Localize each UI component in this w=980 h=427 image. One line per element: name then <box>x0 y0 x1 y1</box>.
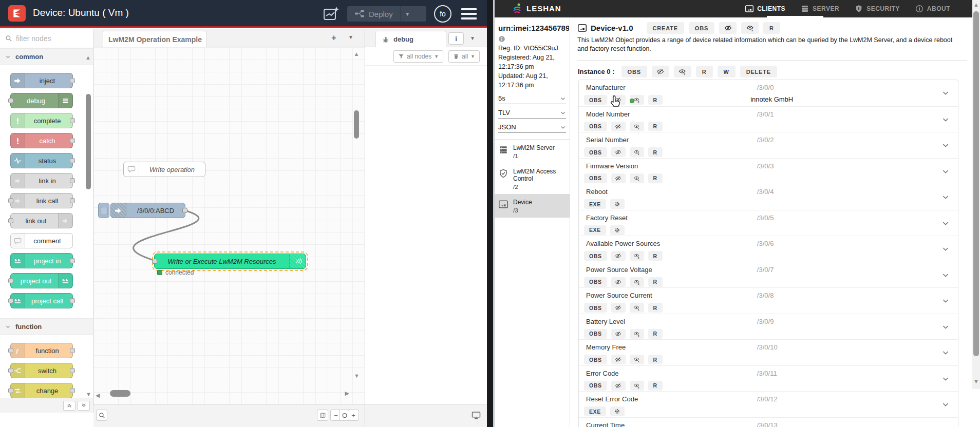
inject-node[interactable]: /3/0/0:ABCD <box>110 203 185 218</box>
expand-categories-button[interactable] <box>78 401 90 411</box>
palette-node-project-in[interactable]: project in <box>10 253 73 268</box>
palette-node-link-call[interactable]: link call <box>10 193 73 208</box>
observe-composite-button[interactable]: x <box>630 277 644 287</box>
stop-observe-button[interactable] <box>611 329 626 339</box>
scroll-down-icon[interactable]: ▼ <box>354 373 360 379</box>
expand-chevron-icon[interactable] <box>941 219 950 227</box>
flow-list-chevron-icon[interactable]: ▼ <box>348 34 353 40</box>
deploy-options-chevron-icon[interactable]: ▼ <box>400 6 414 22</box>
observe-composite-button[interactable]: x <box>630 122 644 131</box>
read-button[interactable]: R <box>763 22 780 34</box>
window-split-divider[interactable] <box>487 0 495 427</box>
stop-observe-button[interactable] <box>611 122 626 131</box>
nav-item-clients[interactable]: CLIENTS <box>745 5 785 13</box>
instance-stop-observe-button[interactable] <box>652 66 669 77</box>
expand-chevron-icon[interactable] <box>941 141 950 149</box>
inject-trigger-button[interactable] <box>98 203 109 218</box>
observe-composite-button[interactable]: x <box>630 147 644 157</box>
read-button[interactable]: R <box>648 303 663 313</box>
expand-chevron-icon[interactable] <box>941 400 950 409</box>
palette-node-project-call[interactable]: project call <box>10 293 73 308</box>
flow-canvas[interactable]: Write operation /3/0/0:ABCD Write or Exe… <box>93 47 365 404</box>
palette-node-catch[interactable]: catch <box>10 133 73 148</box>
canvas-horizontal-scrollbar[interactable]: ◀ ▶ <box>96 390 349 397</box>
navigator-toggle-button[interactable] <box>317 410 328 421</box>
read-button[interactable]: R <box>648 355 663 364</box>
observe-composite-button[interactable]: x <box>630 251 644 261</box>
scroll-right-icon[interactable]: ▶ <box>345 391 349 396</box>
stop-observe-button[interactable] <box>611 355 626 364</box>
observe-composite-button[interactable]: x <box>630 173 644 183</box>
palette-node-debug[interactable]: debug <box>10 93 73 108</box>
observe-button[interactable]: OBS <box>584 381 607 391</box>
scroll-down-icon[interactable]: ▼ <box>86 392 91 397</box>
observe-button[interactable]: OBS <box>584 355 607 364</box>
observe-button[interactable]: OBS <box>689 22 714 34</box>
nav-item-security[interactable]: SECURITY <box>855 5 900 13</box>
palette-node-inject[interactable]: inject <box>10 73 73 88</box>
stop-observe-button[interactable] <box>611 147 626 157</box>
expand-chevron-icon[interactable] <box>941 348 950 357</box>
scroll-down-icon[interactable]: ▼ <box>973 379 979 384</box>
observe-composite-icon-button[interactable]: x <box>741 22 759 34</box>
palette-node-project-out[interactable]: project out <box>10 273 73 288</box>
execute-button[interactable]: EXE <box>584 199 606 209</box>
scrollbar-thumb[interactable] <box>354 110 359 139</box>
canvas-vertical-scrollbar[interactable]: ▲ ▼ <box>353 51 360 379</box>
expand-chevron-icon[interactable] <box>941 297 950 305</box>
instance-observe-composite-button[interactable]: x <box>674 66 691 77</box>
scroll-up-icon[interactable]: ▲ <box>353 51 360 57</box>
client-setting-select[interactable]: JSON <box>498 123 566 133</box>
observe-composite-button[interactable]: x <box>630 303 644 313</box>
scroll-up-icon[interactable]: ▲ <box>85 55 91 61</box>
main-menu-button[interactable] <box>461 8 477 20</box>
expand-chevron-icon[interactable] <box>941 115 950 124</box>
nav-item-server[interactable]: SERVER <box>801 5 839 13</box>
object-item-device[interactable]: Device/3 <box>495 194 570 218</box>
client-setting-select[interactable]: TLV <box>498 109 566 119</box>
palette-node-change[interactable]: change <box>10 383 73 398</box>
stop-observe-button[interactable] <box>611 173 626 183</box>
search-flows-button[interactable] <box>96 410 107 421</box>
palette-scrollbar[interactable]: ▲ ▼ <box>85 55 91 397</box>
user-avatar[interactable]: fo <box>434 5 451 23</box>
scroll-up-icon[interactable]: ▲ <box>973 2 979 8</box>
stop-observe-icon-button[interactable] <box>719 22 737 34</box>
tab-debug[interactable]: debug <box>375 31 446 47</box>
flow-tab[interactable]: LwM2M Operation Example <box>103 31 206 47</box>
deploy-main[interactable]: Deploy <box>347 6 400 22</box>
palette-category-function[interactable]: function <box>0 318 93 335</box>
read-button[interactable]: R <box>648 147 663 157</box>
input-port[interactable] <box>152 259 157 264</box>
nav-item-about[interactable]: ABOUT <box>915 5 950 13</box>
editor-assistant-icon[interactable] <box>322 6 341 22</box>
create-button[interactable]: CREATE <box>647 22 684 34</box>
instance-write-button[interactable]: W <box>718 66 736 77</box>
palette-node-link-out[interactable]: link out <box>10 213 73 228</box>
read-button[interactable]: R <box>648 173 663 183</box>
zoom-in-button[interactable]: + <box>348 410 359 421</box>
node-help-button[interactable]: i <box>448 32 464 45</box>
observe-composite-button[interactable]: x <box>630 381 644 391</box>
stop-observe-button[interactable] <box>611 251 626 261</box>
expand-chevron-icon[interactable] <box>941 167 950 176</box>
stop-observe-button[interactable] <box>611 381 626 391</box>
object-item-lwm2m-access-control[interactable]: LwM2M Access Control/2 <box>495 163 570 194</box>
debug-clear-button[interactable]: all ▼ <box>448 50 480 63</box>
palette-category-common[interactable]: common <box>0 48 93 65</box>
observe-button[interactable]: OBS <box>584 251 607 261</box>
expand-chevron-icon[interactable] <box>941 193 950 201</box>
page-scrollbar[interactable]: ▲ ▼ <box>972 0 980 389</box>
output-port[interactable] <box>182 208 187 213</box>
palette-node-comment[interactable]: comment <box>10 233 73 248</box>
expand-chevron-icon[interactable] <box>941 89 950 97</box>
lwm2m-node[interactable]: Write or Execute LwM2M Resources <box>154 254 306 269</box>
palette-node-link-in[interactable]: link in <box>10 173 73 188</box>
read-button[interactable]: R <box>648 95 663 105</box>
scroll-left-icon[interactable]: ◀ <box>96 392 100 398</box>
expand-chevron-icon[interactable] <box>941 375 950 383</box>
read-button[interactable]: R <box>648 277 663 287</box>
instance-read-button[interactable]: R <box>696 66 713 77</box>
expand-chevron-icon[interactable] <box>941 271 950 279</box>
read-button[interactable]: R <box>648 122 663 131</box>
